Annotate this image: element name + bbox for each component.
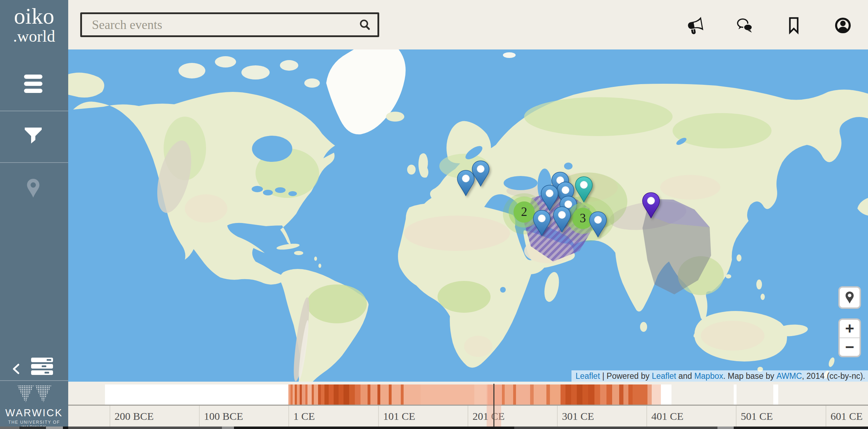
attribution-text: , 2014 (cc-by-nc). — [802, 371, 865, 381]
sidebar-divider — [0, 380, 68, 381]
collapse-panel-button[interactable] — [12, 363, 20, 376]
bottom-strip-segment — [46, 427, 63, 429]
timeline-gridline — [826, 406, 826, 427]
timeline-tick-label: 1 CE — [293, 406, 315, 427]
megaphone-icon — [687, 16, 704, 35]
warwick-logo[interactable]: WARWICK THE UNIVERSITY OF WARWICK — [0, 385, 68, 429]
density-bar — [647, 384, 652, 405]
event-list-button[interactable] — [31, 358, 53, 376]
map-marker-pin-blue[interactable] — [553, 206, 571, 234]
search-box[interactable] — [80, 12, 379, 37]
density-bar — [360, 384, 368, 405]
menu-button[interactable] — [24, 75, 42, 96]
density-bar — [561, 384, 565, 405]
bottom-strip-segment — [514, 427, 717, 429]
sidebar: oiko .world — [0, 0, 68, 429]
filter-button[interactable] — [24, 127, 42, 145]
timeline-tick-label: 101 CE — [383, 406, 415, 427]
chat-bubbles-icon — [736, 16, 753, 35]
map-marker-pin-blue[interactable] — [589, 211, 607, 239]
map-marker-pin-blue[interactable] — [471, 160, 490, 188]
timeline-tick-label: 301 CE — [562, 406, 594, 427]
attribution-link[interactable]: Leaflet — [576, 371, 600, 381]
density-bar — [588, 384, 594, 405]
timeline-gridline — [378, 406, 379, 427]
search-input[interactable] — [82, 17, 358, 32]
density-bar — [534, 384, 546, 405]
timeline-cursor[interactable] — [493, 384, 494, 427]
timeline-gridline — [199, 406, 200, 427]
density-bar — [633, 384, 647, 405]
attribution-text: . Map base by — [723, 371, 776, 381]
zoom-out-button[interactable]: − — [840, 338, 860, 356]
profile-icon — [834, 16, 852, 35]
attribution-link[interactable]: Leaflet — [652, 371, 676, 381]
account-button[interactable] — [834, 16, 852, 35]
search-icon[interactable] — [358, 18, 371, 31]
density-gap — [773, 384, 778, 405]
density-bar — [380, 384, 389, 405]
timeline-tick-label: 401 CE — [651, 406, 684, 427]
density-bar — [421, 384, 474, 405]
attribution-link[interactable]: AWMC — [776, 371, 802, 381]
logo-line1: oiko — [0, 5, 68, 28]
world-map[interactable] — [68, 49, 868, 382]
timeline-tick-label: 200 BCE — [115, 406, 154, 427]
density-bar — [389, 384, 392, 405]
timeline-gridline — [110, 406, 110, 427]
filter-funnel-icon — [24, 127, 42, 144]
density-bar — [334, 384, 339, 405]
density-bar — [474, 384, 488, 405]
timeline-tick-label: 601 CE — [831, 406, 863, 427]
timeline-density[interactable] — [0, 384, 868, 405]
bottom-strip-segment — [63, 427, 68, 429]
density-bar — [329, 384, 334, 405]
app-logo[interactable]: oiko .world — [0, 5, 68, 45]
oiko-world-app: 423 Leaflet | Powered by Leaflet and Map… — [0, 0, 868, 429]
density-bar — [302, 384, 305, 405]
timeline-gridline — [288, 406, 289, 427]
bottom-strip-segment — [734, 427, 868, 429]
density-bar — [324, 384, 329, 405]
density-bar — [594, 384, 600, 405]
bottom-strip-segment — [19, 427, 46, 429]
density-bar — [355, 384, 360, 405]
timeline-tick-label: 501 CE — [741, 406, 773, 427]
timeline-gridline — [646, 406, 647, 427]
bookmarks-button[interactable] — [785, 16, 803, 35]
density-bar — [619, 384, 623, 405]
map-marker-pin-purple[interactable] — [642, 192, 660, 220]
map-attribution: Leaflet | Powered by Leaflet and Mapbox.… — [571, 370, 868, 382]
timeline-gridline — [736, 406, 737, 427]
bookmark-icon — [785, 16, 802, 35]
announcements-button[interactable] — [687, 16, 704, 35]
messages-button[interactable] — [736, 16, 753, 35]
bottom-carousel-edge — [0, 427, 868, 429]
locate-control-button[interactable] — [838, 286, 861, 309]
timeline-tick-label: 100 BCE — [204, 406, 243, 427]
timeline-axis: 200 BCE100 BCE1 CE101 CE201 CE301 CE401 … — [68, 405, 868, 427]
cluster-count: 2 — [521, 205, 527, 219]
warwick-name: WARWICK — [0, 407, 68, 419]
density-bar — [392, 384, 401, 405]
density-bar — [571, 384, 577, 405]
zoom-in-button[interactable]: + — [840, 320, 860, 337]
density-bar — [349, 384, 355, 405]
cluster-circle: 2 — [514, 201, 535, 223]
location-pin-icon — [26, 178, 40, 198]
logo-line2: .world — [0, 28, 68, 45]
map-viewport[interactable] — [68, 49, 868, 382]
density-bar — [652, 384, 661, 405]
bottom-strip-segment — [222, 427, 234, 429]
timeline[interactable]: 200 BCE100 BCE1 CE101 CE201 CE301 CE401 … — [0, 382, 868, 427]
density-bar — [368, 384, 370, 405]
density-bar — [502, 384, 505, 405]
attribution-link[interactable]: Mapbox — [694, 371, 723, 381]
density-bar — [516, 384, 530, 405]
map-pin-icon — [845, 291, 854, 304]
density-bar — [623, 384, 628, 405]
density-bar — [401, 384, 404, 405]
bottom-strip-segment — [0, 427, 19, 429]
places-button[interactable] — [26, 178, 40, 199]
map-marker-pin-blue[interactable] — [533, 210, 551, 237]
